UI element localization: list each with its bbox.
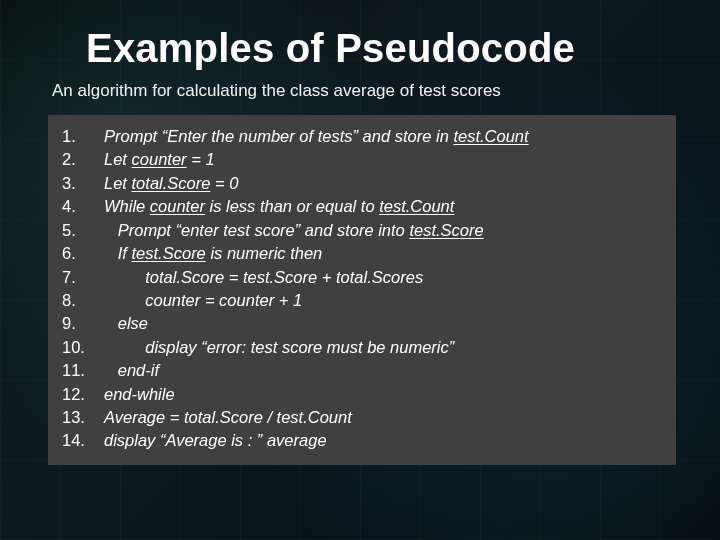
code-text: end-if [104, 359, 159, 382]
variable: test.Score [409, 221, 483, 239]
code-text: If [104, 244, 132, 262]
code-text: While [104, 197, 150, 215]
code-text: display “error: test score must be numer… [104, 336, 454, 359]
variable: counter [150, 197, 205, 215]
code-text: = 1 [187, 150, 215, 168]
variable: counter [132, 150, 187, 168]
code-line: If test.Score is numeric then [62, 242, 662, 265]
variable: test.Count [453, 127, 528, 145]
variable: test.Score [132, 244, 206, 262]
pseudocode-list: Prompt “Enter the number of tests” and s… [62, 125, 662, 453]
code-text: Average = total.Score / test.Count [104, 406, 352, 429]
code-line: display “Average is : ” average [62, 429, 662, 452]
slide-subtitle: An algorithm for calculating the class a… [52, 81, 672, 101]
code-text: Let [104, 174, 132, 192]
code-line: counter = counter + 1 [62, 289, 662, 312]
variable: test.Count [379, 197, 454, 215]
code-line: Prompt “Enter the number of tests” and s… [62, 125, 662, 148]
code-text: total.Score = test.Score + total.Scores [104, 266, 423, 289]
code-text: Prompt “Enter the number of tests” and s… [104, 127, 453, 145]
code-text: is numeric then [206, 244, 322, 262]
code-line: else [62, 312, 662, 335]
slide: Examples of Pseudocode An algorithm for … [0, 0, 720, 540]
variable: total.Score [132, 174, 211, 192]
code-text: end-while [104, 383, 175, 406]
code-line: Prompt “enter test score” and store into… [62, 219, 662, 242]
code-text: display “Average is : ” average [104, 429, 327, 452]
code-text: = 0 [210, 174, 238, 192]
pseudocode-box: Prompt “Enter the number of tests” and s… [48, 115, 676, 465]
code-line: Let counter = 1 [62, 148, 662, 171]
code-line: Average = total.Score / test.Count [62, 406, 662, 429]
code-text: counter = counter + 1 [104, 289, 302, 312]
code-text: Prompt “enter test score” and store into [104, 221, 409, 239]
code-line: end-if [62, 359, 662, 382]
code-line: total.Score = test.Score + total.Scores [62, 266, 662, 289]
code-line: display “error: test score must be numer… [62, 336, 662, 359]
code-text: Let [104, 150, 132, 168]
code-text: else [104, 312, 148, 335]
code-text: is less than or equal to [205, 197, 379, 215]
slide-title: Examples of Pseudocode [86, 26, 672, 71]
code-line: Let total.Score = 0 [62, 172, 662, 195]
code-line: While counter is less than or equal to t… [62, 195, 662, 218]
code-line: end-while [62, 383, 662, 406]
